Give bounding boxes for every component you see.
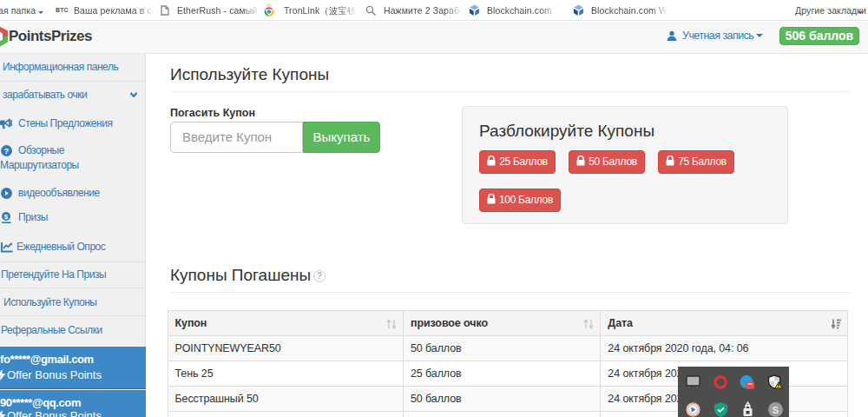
svg-text:S: S <box>773 405 779 415</box>
svg-text:$: $ <box>4 213 9 221</box>
svg-text:?: ? <box>4 145 10 155</box>
